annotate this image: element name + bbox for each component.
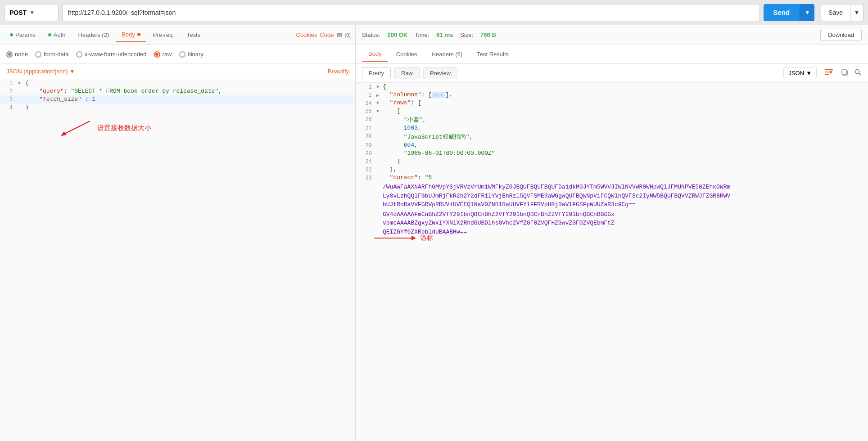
resp-line-33: 33 "cursor": "5 [356, 174, 868, 182]
tab-tests-label: Tests [187, 32, 200, 38]
time-label: Time: [415, 32, 429, 38]
radio-urlencoded-circle [76, 51, 82, 58]
tab-prereq[interactable]: Pre-req. [148, 28, 180, 42]
resp-tab-headers-label: Headers (6) [432, 51, 463, 58]
copy-icon[interactable] [841, 69, 848, 78]
resp-content-29: 604, [383, 142, 868, 148]
resp-toggle-1[interactable]: ▼ [376, 83, 383, 90]
cursor-value-block: /WuAwFaAXNARFhGMVpYSjVRVzVrUm1WMFkyZ0JBQ… [383, 183, 868, 209]
resp-toggle-2[interactable]: ▶ [376, 91, 383, 98]
body-dot-icon [137, 33, 140, 36]
annotation-arrow-icon [59, 119, 95, 137]
response-format-bar: Pretty Raw Preview JSON ▼ [356, 64, 868, 83]
resp-content-1: { [383, 83, 868, 90]
line-toggle-1[interactable]: ▼ [18, 80, 25, 86]
columns-ellipsis[interactable]: ··· [432, 92, 445, 98]
resp-tab-cookies-label: Cookies [396, 51, 417, 58]
method-select[interactable]: POST ▼ [5, 4, 59, 21]
cursor-annotation-container: 游标 [372, 231, 433, 245]
code-line-3: 3 "fetch_size" : 1 [0, 95, 355, 104]
magnify-icon [854, 69, 862, 76]
tab-body-label: Body [122, 31, 135, 38]
format-select[interactable]: JSON (application/json) ▼ [6, 68, 75, 75]
code-editor[interactable]: 1 ▼ { 2 "query": "SELECT * FROM book ord… [0, 79, 355, 441]
resp-linenum-26: 26 [356, 116, 376, 123]
time-value: 61 ms [436, 32, 453, 38]
url-input[interactable]: http://127.0.0.1:9200/_sql?format=json [62, 4, 760, 21]
radio-binary-label: binary [188, 51, 203, 58]
send-button[interactable]: Send [764, 4, 800, 21]
json-format-select[interactable]: JSON ▼ [783, 67, 817, 79]
save-button[interactable]: Save [821, 4, 850, 21]
radio-binary[interactable]: binary [179, 51, 203, 58]
size-label: Size: [460, 32, 473, 38]
wrap-lines-icon [824, 68, 834, 76]
resp-line-31: 31 ] [356, 158, 868, 166]
search-icon[interactable] [854, 69, 862, 78]
line-num-2: 2 [0, 88, 18, 95]
resp-linenum-29: 29 [356, 142, 376, 149]
fmt-preview-button[interactable]: Preview [423, 67, 457, 79]
radio-raw-circle [154, 51, 160, 58]
radio-form-data[interactable]: form-data [35, 51, 69, 58]
copy-squares-icon [841, 69, 848, 76]
tab-headers[interactable]: Headers (2) [73, 28, 115, 42]
tab-body[interactable]: Body [116, 27, 146, 42]
resp-tab-cookies[interactable]: Cookies [390, 47, 424, 61]
status-value: 200 OK [387, 32, 407, 38]
main-container: Params Auth Headers (2) Body Pre-req. Te… [0, 25, 868, 441]
radio-raw[interactable]: raw [154, 51, 172, 58]
code-link[interactable]: Code [320, 32, 334, 38]
resp-linenum-31: 31 [356, 158, 376, 165]
format-bar: JSON (application/json) ▼ Beautify [0, 64, 355, 79]
resp-content-30: "1965-06-01T00:00:00.000Z" [383, 150, 868, 157]
response-body[interactable]: 1 ▼ { 2 ▶ "columns": [···], 24 ▼ "rows":… [356, 83, 868, 441]
resp-tab-headers[interactable]: Headers (6) [425, 47, 469, 61]
resp-toggle-24[interactable]: ▼ [376, 99, 383, 106]
tab-auth[interactable]: Auth [43, 28, 71, 42]
line-num-4: 4 [0, 104, 18, 111]
cursor-arrow-icon [372, 231, 417, 245]
wrap-icon[interactable] [824, 68, 834, 78]
save-chevron-button[interactable]: ▼ [850, 4, 863, 21]
resp-toggle-25[interactable]: ▼ [376, 108, 383, 114]
line-toggle-2 [18, 88, 25, 89]
resp-tab-test-results[interactable]: Test Results [470, 47, 515, 61]
status-label: Status: [362, 32, 380, 38]
resp-toggle-26 [376, 116, 383, 117]
resp-line-2: 2 ▶ "columns": [···], [356, 91, 868, 99]
zero-badge: (0) [345, 32, 351, 38]
svg-line-0 [63, 121, 90, 135]
radio-none[interactable]: none [6, 51, 28, 58]
beautify-button[interactable]: Beautify [328, 68, 349, 75]
format-chevron-icon: ▼ [70, 68, 75, 75]
resp-linenum-28: 28 [356, 133, 376, 140]
save-btn-group: Save ▼ [821, 4, 863, 21]
code-line-4: 4 } [0, 104, 355, 112]
line-content-2: "query": "SELECT * FROM book order by re… [25, 88, 355, 94]
resp-toggle-33 [376, 174, 383, 176]
resp-linenum-27: 27 [356, 125, 376, 132]
resp-content-25: [ [383, 108, 868, 114]
tab-tests[interactable]: Tests [181, 28, 206, 42]
cookies-link[interactable]: Cookies [296, 32, 317, 38]
code-line-1: 1 ▼ { [0, 79, 355, 87]
cursor-value-block2: GV4dAAAAAFmCnBhZ2VfY291bnQBCnBhZ2VfY291b… [383, 210, 868, 237]
radio-raw-label: raw [163, 51, 172, 58]
tab-params[interactable]: Params [5, 28, 41, 42]
annotation-text-left: 设置接收数据大小 [97, 124, 151, 132]
tab-prereq-label: Pre-req. [153, 32, 174, 38]
resp-content-31: ] [383, 158, 868, 165]
svg-marker-10 [411, 236, 416, 240]
send-chevron-button[interactable]: ▼ [800, 4, 814, 21]
fmt-raw-button[interactable]: Raw [394, 67, 420, 79]
json-format-label: JSON [788, 70, 804, 76]
download-button[interactable]: Download [820, 29, 862, 41]
fmt-pretty-button[interactable]: Pretty [362, 67, 391, 79]
cursor-value-text2: GV4dAAAAAFmCnBhZ2VfY291bnQBCnBhZ2VfY291b… [383, 210, 788, 237]
radio-urlencoded[interactable]: x-www-form-urlencoded [76, 51, 147, 58]
resp-tab-body[interactable]: Body [362, 47, 388, 62]
method-chevron-icon: ▼ [29, 9, 35, 16]
line-num-3: 3 [0, 96, 18, 103]
url-text: http://127.0.0.1:9200/_sql?format=json [68, 9, 176, 16]
